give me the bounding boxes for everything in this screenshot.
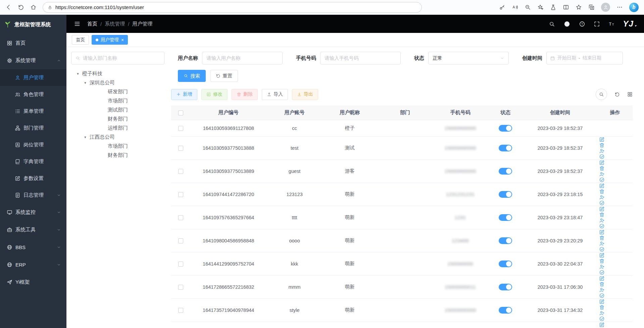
status-toggle[interactable]	[499, 237, 512, 244]
row-checkbox[interactable]	[178, 285, 183, 290]
sidebar-item-log-mgmt[interactable]: 日志管理	[0, 187, 66, 203]
sidebar-item-dept-mgmt[interactable]: 部门管理	[0, 120, 66, 136]
delete-icon[interactable]	[599, 258, 605, 264]
sidebar-item-dict-mgmt[interactable]: 字典管理	[0, 153, 66, 170]
row-checkbox[interactable]	[178, 238, 183, 243]
tree-node[interactable]: 测试部门	[71, 105, 164, 114]
assign-role-icon[interactable]	[599, 270, 605, 275]
sidebar-item-role-mgmt[interactable]: 角色管理	[0, 86, 66, 103]
favorites-icon[interactable]	[576, 4, 582, 10]
delete-icon[interactable]	[599, 189, 605, 194]
sidebar-item-erp[interactable]: ERP	[0, 256, 66, 273]
sidebar-item-yi-framework[interactable]: Yi框架	[0, 273, 66, 291]
select-all-checkbox[interactable]	[178, 110, 183, 115]
user-logo[interactable]: YJ▾	[623, 19, 637, 29]
sidebar-item-bbs[interactable]: BBS	[0, 238, 66, 256]
import-button[interactable]: 导入	[262, 89, 288, 100]
search-icon[interactable]	[549, 21, 555, 27]
reset-password-icon[interactable]	[599, 287, 605, 293]
status-toggle[interactable]	[499, 168, 512, 175]
assign-role-icon[interactable]	[599, 177, 605, 183]
assign-role-icon[interactable]	[599, 316, 605, 322]
phone-input[interactable]	[320, 52, 401, 64]
assign-role-icon[interactable]	[599, 154, 605, 159]
status-toggle[interactable]	[499, 214, 512, 221]
question-icon[interactable]	[579, 21, 585, 27]
sidebar-item-menu-mgmt[interactable]: 菜单管理	[0, 103, 66, 120]
status-toggle[interactable]	[499, 125, 512, 132]
edit-icon[interactable]	[599, 276, 605, 281]
dept-search-input[interactable]	[83, 55, 160, 61]
password-key-icon[interactable]	[499, 4, 505, 10]
search-toggle-button[interactable]	[596, 89, 607, 100]
delete-icon[interactable]	[599, 166, 605, 171]
add-favorite-icon[interactable]	[537, 4, 544, 10]
tree-node[interactable]: 财务部门	[71, 114, 164, 124]
tab-user-management[interactable]: 用户管理 ×	[92, 35, 128, 45]
address-bar[interactable]: https://ccnetcore.com:1101/system/user	[43, 2, 422, 13]
caret-down-icon[interactable]: ▼	[83, 136, 87, 139]
row-checkbox[interactable]	[178, 215, 183, 220]
row-checkbox[interactable]	[178, 308, 183, 313]
status-toggle[interactable]	[499, 261, 512, 267]
tab-home[interactable]: 首页	[72, 35, 89, 45]
tree-node[interactable]: 运维部门	[71, 124, 164, 133]
edit-button[interactable]: 修改	[201, 89, 228, 100]
reset-password-icon[interactable]	[599, 264, 605, 270]
search-button[interactable]: 搜索	[178, 70, 206, 82]
github-icon[interactable]	[563, 20, 571, 28]
edit-icon[interactable]	[599, 206, 605, 212]
row-checkbox[interactable]	[178, 146, 183, 151]
sidebar-item-post-mgmt[interactable]: 岗位管理	[0, 136, 66, 153]
status-select[interactable]: 正常	[428, 52, 509, 64]
breadcrumb-home[interactable]: 首页	[87, 21, 97, 27]
edit-icon[interactable]	[599, 137, 605, 142]
reset-password-icon[interactable]	[599, 171, 605, 177]
fullscreen-icon[interactable]	[594, 21, 600, 27]
row-checkbox[interactable]	[178, 126, 183, 131]
back-icon[interactable]	[5, 4, 12, 10]
reset-password-icon[interactable]	[599, 194, 605, 200]
date-range-picker[interactable]: 开始日期 - 结束日期	[546, 52, 623, 64]
edit-icon[interactable]	[599, 299, 605, 304]
row-checkbox[interactable]	[178, 192, 183, 197]
edit-icon[interactable]	[599, 160, 605, 166]
delete-icon[interactable]	[599, 142, 605, 148]
caret-down-icon[interactable]: ▼	[83, 81, 87, 85]
add-button[interactable]: 新增	[171, 89, 197, 100]
font-size-icon[interactable]	[608, 21, 615, 27]
browser-essentials-icon[interactable]	[550, 4, 556, 10]
delete-icon[interactable]	[599, 281, 605, 287]
zoom-out-icon[interactable]	[525, 4, 531, 10]
assign-role-icon[interactable]	[599, 246, 605, 252]
status-toggle[interactable]	[499, 307, 512, 314]
row-checkbox[interactable]	[178, 262, 183, 267]
tree-node[interactable]: 市场部门	[71, 142, 164, 151]
delete-icon[interactable]	[599, 212, 605, 218]
refresh-icon[interactable]	[18, 4, 24, 10]
sidebar-item-home[interactable]: 首页	[0, 34, 66, 52]
profile-avatar[interactable]	[601, 3, 610, 12]
tree-node[interactable]: ▼江西总公司	[71, 133, 164, 142]
sidebar-item-system[interactable]: 系统管理	[0, 52, 66, 69]
delete-icon[interactable]	[599, 304, 605, 310]
username-input[interactable]	[202, 52, 283, 64]
tree-node[interactable]: ▼橙子科技	[71, 69, 164, 78]
columns-icon[interactable]	[627, 92, 633, 97]
edit-icon[interactable]	[599, 322, 605, 328]
status-toggle[interactable]	[499, 284, 512, 290]
close-tab-icon[interactable]: ×	[121, 38, 124, 42]
app-logo[interactable]: 意框架管理系统	[0, 15, 66, 34]
assign-role-icon[interactable]	[599, 223, 605, 229]
copilot-icon[interactable]: b	[629, 3, 639, 12]
edit-icon[interactable]	[599, 252, 605, 258]
collections-icon[interactable]	[588, 4, 595, 10]
sidebar-item-param-settings[interactable]: 参数设置	[0, 170, 66, 187]
edit-icon[interactable]	[599, 183, 605, 189]
tree-node[interactable]: 财务部门	[71, 151, 164, 160]
home-icon[interactable]	[30, 4, 37, 10]
read-aloud-icon[interactable]	[512, 4, 518, 10]
delete-button[interactable]: 删除	[232, 89, 258, 100]
breadcrumb-system[interactable]: 系统管理	[105, 21, 125, 27]
sidebar-item-user-mgmt[interactable]: 用户管理	[0, 69, 66, 86]
